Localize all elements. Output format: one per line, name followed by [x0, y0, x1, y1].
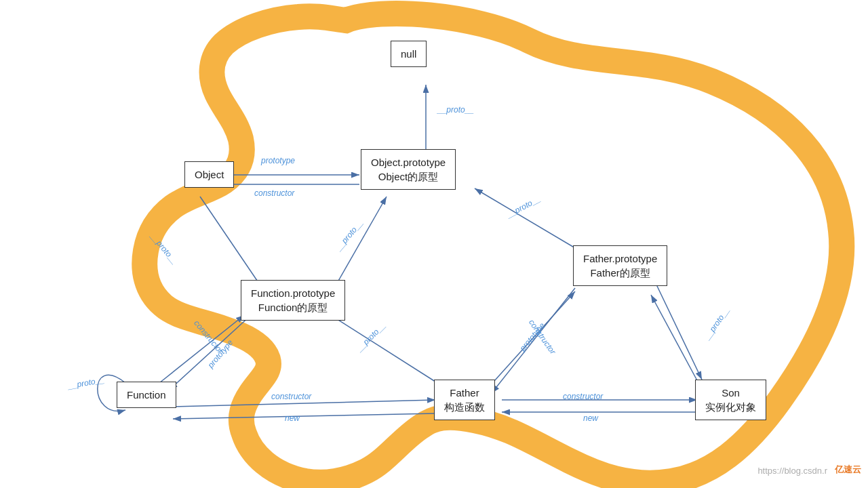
proto-father-fp-label: __proto__	[355, 321, 387, 353]
proto-son-fp-label: __proto__	[703, 306, 731, 341]
son-label: Son实例化对象	[705, 387, 756, 413]
function-box: Function	[117, 382, 176, 408]
father-box: Father构造函数	[434, 380, 495, 420]
constructor-father-function-label: constructor	[271, 392, 311, 401]
object-box: Object	[184, 161, 234, 188]
diagram-container: null Object Object.prototypeObject的原型 Fu…	[0, 0, 868, 488]
null-label: null	[401, 48, 416, 60]
object-label: Object	[195, 169, 224, 180]
father-prototype-box: Father.prototypeFather的原型	[573, 245, 667, 286]
new-father-label: new	[285, 413, 300, 423]
new-son-label: new	[583, 413, 598, 423]
constructor-son-father-label: constructor	[563, 392, 603, 401]
object-prototype-label: Object.prototypeObject的原型	[371, 157, 446, 182]
father-prototype-label: Father.prototypeFather的原型	[583, 253, 657, 279]
proto-top-label: __proto__	[437, 105, 474, 115]
son-box: Son实例化对象	[695, 380, 766, 420]
null-box: null	[391, 41, 427, 67]
father-label: Father构造函数	[444, 387, 485, 413]
proto-function-self-label: __proto__	[67, 375, 105, 390]
proto-fp-obj2-label: __proto__	[505, 194, 542, 220]
constructor-obj-label: constructor	[254, 188, 294, 198]
function-prototype-box: Function.prototypeFunction的原型	[241, 280, 345, 321]
function-label: Function	[127, 389, 166, 401]
watermark-brand: 亿速云	[835, 464, 861, 476]
proto-obj-fp-label: __proto__	[149, 232, 179, 266]
function-prototype-label: Function.prototypeFunction的原型	[251, 287, 335, 313]
prototype-obj-label: prototype	[261, 156, 295, 165]
object-prototype-box: Object.prototypeObject的原型	[361, 149, 456, 190]
proto-fp-obj-label: __proto__	[334, 218, 364, 252]
watermark-url: https://blog.csdn.r	[757, 466, 827, 476]
